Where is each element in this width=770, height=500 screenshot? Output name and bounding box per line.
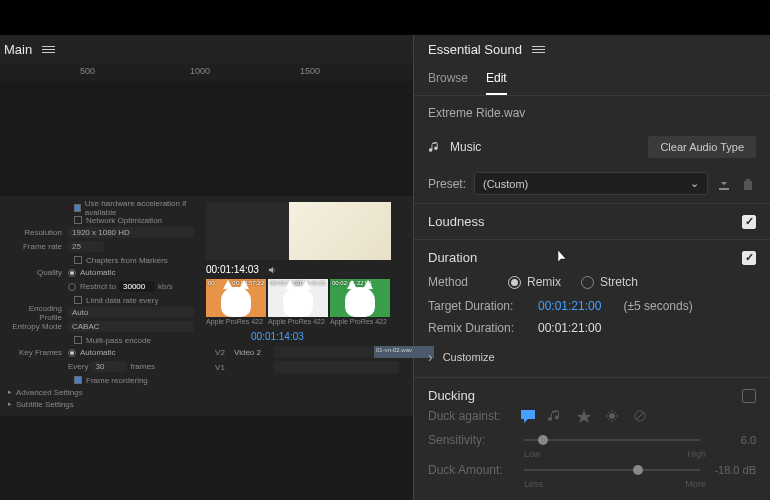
keyframes-label: Key Frames bbox=[6, 348, 68, 357]
thumbnail[interactable]: 00:02:41:22V1 bbox=[330, 279, 390, 317]
bitrate-input[interactable]: 30000 bbox=[119, 281, 155, 292]
essential-sound-panel: Essential Sound Browse Edit Extreme Ride… bbox=[414, 35, 770, 500]
delete-preset-icon[interactable] bbox=[740, 176, 756, 192]
speaker-icon[interactable] bbox=[267, 265, 277, 275]
clip-thumbnails: 00V100:03:57:22Apple ProRes 422 00:03:57… bbox=[206, 279, 407, 325]
resolution-select[interactable]: 1920 x 1080 HD bbox=[68, 227, 194, 238]
target-duration-label: Target Duration: bbox=[428, 299, 528, 313]
panel-title-main: Main bbox=[4, 42, 32, 57]
audio-type-label: Music bbox=[450, 140, 640, 154]
loudness-title[interactable]: Loudness bbox=[428, 214, 484, 229]
quality-label: Quality bbox=[6, 268, 68, 277]
export-settings: Use hardware acceleration if available N… bbox=[0, 196, 413, 416]
letterbox-top bbox=[0, 0, 770, 35]
clear-audio-type-button[interactable]: Clear Audio Type bbox=[648, 136, 756, 158]
duck-against-label: Duck against: bbox=[428, 409, 510, 423]
ducking-title[interactable]: Ducking bbox=[428, 388, 475, 403]
remix-duration-value: 00:01:21:00 bbox=[538, 321, 601, 335]
quality-auto-radio[interactable] bbox=[68, 269, 76, 277]
entropy-label: Entropy Mode bbox=[6, 322, 68, 331]
stretch-radio[interactable]: Stretch bbox=[581, 275, 638, 289]
sensitivity-label: Sensitivity: bbox=[428, 433, 510, 447]
tab-edit[interactable]: Edit bbox=[486, 71, 507, 95]
subtitle-settings-toggle[interactable]: Subtitle Settings bbox=[6, 398, 194, 410]
thumbnail[interactable]: 00:03:57:23V100:02:41:21 bbox=[268, 279, 328, 317]
music-icon[interactable] bbox=[548, 409, 564, 423]
duck-amount-value[interactable]: -18.0 dB bbox=[714, 464, 756, 476]
save-preset-icon[interactable] bbox=[716, 176, 732, 192]
duration-checkbox[interactable] bbox=[742, 251, 756, 265]
timeline-track-v2[interactable]: 01-vn-02.wav bbox=[274, 346, 399, 358]
chapters-checkbox[interactable]: Chapters from Markers bbox=[6, 254, 194, 266]
thumbnail[interactable]: 00V100:03:57:22 bbox=[206, 279, 266, 317]
preset-select[interactable]: (Custom)⌄ bbox=[474, 172, 708, 195]
left-panel: Main 500 1000 1500 Use hardware accelera… bbox=[0, 35, 413, 500]
loudness-checkbox[interactable] bbox=[742, 215, 756, 229]
encoding-profile-select[interactable]: Auto bbox=[68, 307, 194, 318]
framerate-select[interactable]: 25 bbox=[68, 241, 104, 252]
target-tolerance: (±5 seconds) bbox=[623, 299, 692, 313]
method-label: Method bbox=[428, 275, 488, 289]
keyframes-auto-radio[interactable] bbox=[68, 349, 76, 357]
timeline-timecode[interactable]: 00:01:14:03 bbox=[251, 331, 407, 342]
framerate-label: Frame rate bbox=[6, 242, 68, 251]
ruler-tick: 500 bbox=[80, 66, 95, 76]
multipass-checkbox[interactable]: Multi-pass encode bbox=[6, 334, 194, 346]
chevron-down-icon: ⌄ bbox=[690, 177, 699, 190]
panel-title: Essential Sound bbox=[428, 42, 522, 57]
target-duration-value[interactable]: 00:01:21:00 bbox=[538, 299, 601, 313]
keyframes-every-input[interactable]: 30 bbox=[91, 361, 127, 372]
empty-area bbox=[0, 81, 413, 196]
unassigned-icon[interactable] bbox=[632, 409, 648, 423]
preset-label: Preset: bbox=[428, 177, 466, 191]
preview-monitor bbox=[206, 202, 391, 260]
advanced-settings-toggle[interactable]: Advanced Settings bbox=[6, 386, 194, 398]
duration-title[interactable]: Duration bbox=[428, 250, 477, 265]
ambience-icon[interactable] bbox=[604, 409, 620, 423]
ruler[interactable]: 500 1000 1500 bbox=[0, 63, 413, 81]
music-icon bbox=[428, 140, 442, 154]
preview-timecode[interactable]: 00:01:14:03 bbox=[206, 264, 259, 275]
ruler-tick: 1000 bbox=[190, 66, 210, 76]
resolution-label: Resolution bbox=[6, 228, 68, 237]
sensitivity-value[interactable]: 6.0 bbox=[714, 434, 756, 446]
ducking-checkbox[interactable] bbox=[742, 389, 756, 403]
sensitivity-slider[interactable] bbox=[524, 439, 700, 441]
mini-timeline: 00:01:14:03 V2Video 201-vn-02.wav V1 bbox=[206, 327, 407, 377]
customize-toggle[interactable]: Customize bbox=[428, 339, 756, 367]
entropy-select[interactable]: CABAC bbox=[68, 321, 194, 332]
quality-restrict-radio[interactable] bbox=[68, 283, 76, 291]
tab-browse[interactable]: Browse bbox=[428, 71, 468, 95]
timeline-track-v1[interactable] bbox=[274, 361, 399, 373]
duck-amount-label: Duck Amount: bbox=[428, 463, 510, 477]
ruler-tick: 1500 bbox=[300, 66, 320, 76]
svg-point-0 bbox=[609, 413, 615, 419]
encoding-profile-label: Encoding Profile bbox=[6, 304, 68, 322]
remix-duration-label: Remix Duration: bbox=[428, 321, 528, 335]
sfx-icon[interactable] bbox=[576, 409, 592, 423]
hw-accel-checkbox[interactable]: Use hardware acceleration if available bbox=[6, 202, 194, 214]
panel-menu-icon[interactable] bbox=[532, 46, 545, 53]
remix-radio[interactable]: Remix bbox=[508, 275, 561, 289]
duck-amount-slider[interactable] bbox=[524, 469, 700, 471]
clip-filename: Extreme Ride.wav bbox=[414, 96, 770, 130]
frame-reorder-checkbox[interactable]: Frame reordering bbox=[6, 374, 194, 386]
dialogue-icon[interactable] bbox=[520, 409, 536, 423]
panel-menu-icon[interactable] bbox=[42, 46, 55, 53]
